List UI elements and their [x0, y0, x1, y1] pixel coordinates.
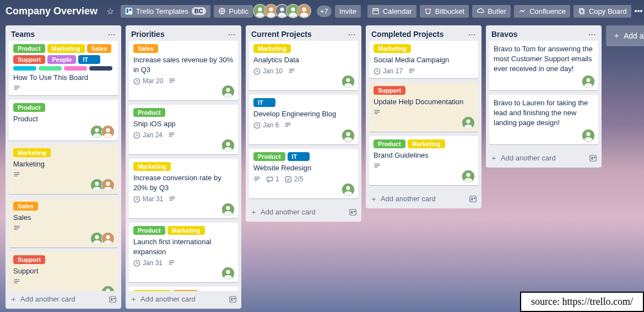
template-icon[interactable]: [109, 295, 117, 303]
avatar[interactable]: [221, 203, 235, 216]
team-button[interactable]: Trello Templates BC: [121, 5, 210, 18]
list-cards[interactable]: Sales Increase sales revenue by 30% in Q…: [126, 41, 241, 291]
card-label[interactable]: Sales: [133, 44, 158, 53]
butler-button[interactable]: Butler: [472, 5, 511, 18]
list-title[interactable]: Current Projects: [251, 30, 312, 39]
list-cards[interactable]: Bravo to Tom for answering the most Cust…: [486, 41, 602, 150]
list-menu-icon[interactable]: ···: [468, 30, 476, 39]
add-card-button[interactable]: ＋Add another card: [366, 191, 481, 208]
invite-button[interactable]: Invite: [335, 5, 361, 18]
card-label[interactable]: Product: [13, 103, 45, 112]
add-card-button[interactable]: ＋Add another card: [6, 291, 121, 309]
card-label[interactable]: Marketing: [167, 226, 205, 235]
card[interactable]: Sales Increase sales revenue by 30% in Q…: [129, 41, 238, 100]
avatar[interactable]: [462, 170, 475, 183]
card[interactable]: Marketing Social Media Campaign Jan 17: [369, 41, 478, 78]
card-label[interactable]: Marketing: [374, 44, 411, 53]
card[interactable]: Product Ship iOS app Jan 24: [129, 105, 238, 154]
card-label[interactable]: Sales: [13, 202, 38, 211]
card[interactable]: Marketing Increase conversion rate by 20…: [129, 159, 238, 218]
list-menu-icon[interactable]: ···: [348, 30, 356, 39]
add-card-button[interactable]: ＋Add another card: [486, 150, 602, 168]
template-icon[interactable]: [469, 195, 477, 203]
card-label[interactable]: Sales: [173, 290, 198, 291]
avatar[interactable]: [342, 183, 355, 196]
list-title[interactable]: Teams: [11, 30, 35, 39]
card[interactable]: Product Product: [9, 100, 118, 141]
avatar[interactable]: [101, 125, 115, 138]
avatar[interactable]: [462, 116, 475, 130]
card-label[interactable]: Product: [13, 44, 45, 53]
list-menu-icon[interactable]: ···: [108, 30, 116, 39]
card-label[interactable]: Support: [13, 55, 45, 64]
card[interactable]: ProductMarketing Launch first internatio…: [129, 223, 238, 282]
card-label[interactable]: Marketing: [408, 139, 445, 148]
board-member-avatars[interactable]: [256, 4, 311, 18]
card-label[interactable]: IT: [78, 55, 100, 64]
card-label[interactable]: IT: [288, 152, 310, 161]
avatar[interactable]: [342, 129, 355, 142]
avatar[interactable]: [101, 286, 115, 291]
card-label[interactable]: Support: [13, 255, 45, 264]
card-label[interactable]: Marketing: [133, 290, 171, 291]
card-label[interactable]: Marketing: [13, 148, 51, 157]
confluence-button[interactable]: Confluence: [514, 5, 570, 18]
card-label[interactable]: [39, 66, 62, 71]
card[interactable]: ProductMarketing Brand Guidelines: [369, 136, 478, 185]
card[interactable]: Bravo to Tom for answering the most Cust…: [489, 41, 598, 90]
card-label[interactable]: IT: [253, 98, 275, 107]
avatar[interactable]: [221, 267, 235, 280]
avatar[interactable]: [101, 232, 115, 245]
list-menu-icon[interactable]: ···: [228, 30, 236, 39]
visibility-button[interactable]: Public: [214, 5, 253, 18]
list-cards[interactable]: Marketing Analytics Data Jan 10 IT Devel…: [246, 41, 361, 204]
card[interactable]: Support Update Help Documentation: [369, 83, 478, 132]
card-label[interactable]: Sales: [87, 44, 112, 53]
card[interactable]: ProductMarketingSalesSupportPeopleIT How…: [9, 41, 118, 95]
card-label[interactable]: [13, 66, 36, 71]
card[interactable]: MarketingSales Test new messaging for SM…: [129, 287, 238, 291]
list-cards[interactable]: ProductMarketingSalesSupportPeopleIT How…: [6, 41, 121, 291]
avatar[interactable]: [221, 139, 235, 152]
template-icon[interactable]: [349, 208, 357, 216]
card-label[interactable]: Product: [253, 152, 285, 161]
avatar[interactable]: [582, 75, 595, 88]
card-label[interactable]: Product: [133, 226, 165, 235]
add-card-button[interactable]: ＋Add another card: [126, 291, 241, 309]
card-label[interactable]: [64, 66, 87, 71]
avatar[interactable]: [221, 85, 235, 98]
add-card-button[interactable]: ＋Add another card: [246, 204, 361, 222]
card[interactable]: Sales Sales: [9, 198, 118, 248]
card-label[interactable]: Support: [374, 86, 405, 95]
card[interactable]: ProductIT Website Redesign 12/5: [249, 149, 358, 198]
extra-members[interactable]: +7: [317, 6, 332, 17]
template-icon[interactable]: [589, 154, 597, 162]
list-title[interactable]: Completed Projects: [371, 30, 443, 39]
card-label[interactable]: Product: [374, 139, 405, 148]
card-label[interactable]: Marketing: [253, 44, 291, 53]
card-label[interactable]: [89, 66, 112, 71]
card[interactable]: IT Develop Engineering Blog Jan 6: [249, 95, 358, 144]
list-menu-icon[interactable]: ···: [588, 30, 596, 39]
card-label[interactable]: Marketing: [133, 162, 171, 171]
avatar[interactable]: [582, 129, 595, 142]
card[interactable]: Support Support: [9, 252, 118, 291]
calendar-button[interactable]: Calendar: [367, 5, 416, 18]
bitbucket-button[interactable]: Bitbucket: [420, 5, 469, 18]
card[interactable]: Bravo to Lauren for taking the lead and …: [489, 95, 598, 144]
list-title[interactable]: Bravos: [491, 30, 517, 39]
board-title[interactable]: Company Overview: [6, 6, 98, 17]
card-label[interactable]: Marketing: [47, 44, 85, 53]
copy-board-button[interactable]: Copy Board: [573, 5, 631, 18]
star-icon[interactable]: ☆: [103, 5, 117, 18]
avatar[interactable]: [101, 179, 115, 192]
show-menu-button[interactable]: ••• Show Menu: [635, 7, 644, 15]
avatar[interactable]: [297, 4, 311, 18]
card[interactable]: Marketing Marketing: [9, 145, 118, 194]
list-cards[interactable]: Marketing Social Media Campaign Jan 17 S…: [366, 41, 481, 191]
card-label[interactable]: People: [47, 55, 76, 64]
add-list-button[interactable]: ＋Add anot: [606, 25, 644, 46]
card-label[interactable]: Product: [133, 108, 165, 117]
list-title[interactable]: Priorities: [131, 30, 165, 39]
avatar[interactable]: [342, 75, 355, 88]
